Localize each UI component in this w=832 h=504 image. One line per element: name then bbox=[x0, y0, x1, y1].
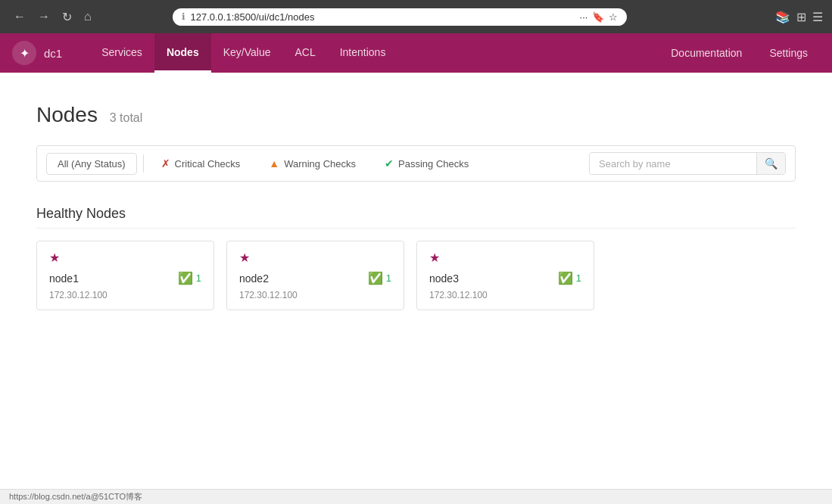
node-header-3: node3 ✅ 1 bbox=[429, 271, 581, 285]
search-button[interactable]: 🔍 bbox=[756, 153, 785, 174]
check-icon-2: ✅ bbox=[368, 271, 383, 285]
filter-warning-button[interactable]: ▲ Warning Checks bbox=[257, 152, 367, 175]
node-star-2: ★ bbox=[239, 250, 391, 265]
home-button[interactable]: ⌂ bbox=[79, 8, 96, 25]
menu-icon[interactable]: ☰ bbox=[812, 10, 823, 24]
back-button[interactable]: ← bbox=[9, 8, 30, 25]
security-icon: ℹ bbox=[182, 11, 185, 22]
page-title-count: 3 total bbox=[110, 111, 143, 124]
browser-right-icons: 📚 ⊞ ☰ bbox=[775, 10, 823, 24]
check-count-2: 1 bbox=[386, 272, 391, 284]
node-star-3: ★ bbox=[429, 250, 581, 265]
node-ip-3: 172.30.12.100 bbox=[429, 290, 581, 300]
ellipsis-icon: ··· bbox=[580, 11, 588, 23]
bookmark-icon: 🔖 bbox=[592, 11, 604, 23]
star-icon: ☆ bbox=[609, 11, 618, 23]
browser-nav-buttons: ← → ↻ ⌂ bbox=[9, 8, 96, 26]
critical-label: Critical Checks bbox=[175, 158, 241, 170]
check-count-3: 1 bbox=[576, 272, 581, 284]
node-name-3: node3 bbox=[429, 272, 459, 285]
filter-divider-1 bbox=[143, 154, 144, 173]
nav-item-settings[interactable]: Settings bbox=[757, 33, 820, 73]
nodes-grid: ★ node1 ✅ 1 172.30.12.100 ★ node2 ✅ bbox=[36, 241, 796, 310]
library-icon[interactable]: 📚 bbox=[775, 10, 790, 24]
section-title-healthy: Healthy Nodes bbox=[36, 206, 796, 229]
node-name-2: node2 bbox=[239, 272, 269, 285]
filter-passing-button[interactable]: ✔ Passing Checks bbox=[373, 152, 480, 175]
filter-critical-button[interactable]: ✗ Critical Checks bbox=[150, 152, 252, 175]
address-url: 127.0.0.1:8500/ui/dc1/nodes bbox=[190, 11, 575, 23]
check-count-1: 1 bbox=[196, 272, 201, 284]
warning-icon: ▲ bbox=[269, 157, 279, 170]
node-ip-2: 172.30.12.100 bbox=[239, 290, 391, 300]
filter-bar: All (Any Status) ✗ Critical Checks ▲ War… bbox=[36, 145, 796, 182]
node-star-1: ★ bbox=[49, 250, 201, 265]
nav-item-acl[interactable]: ACL bbox=[282, 33, 327, 73]
page-title-text: Nodes bbox=[36, 103, 98, 126]
datacenter-label[interactable]: dc1 bbox=[44, 47, 62, 60]
passing-icon: ✔ bbox=[385, 157, 394, 170]
filter-all-button[interactable]: All (Any Status) bbox=[46, 153, 137, 175]
page-title: Nodes 3 total bbox=[36, 103, 796, 127]
address-bar[interactable]: ℹ 127.0.0.1:8500/ui/dc1/nodes ··· 🔖 ☆ bbox=[173, 8, 627, 26]
passing-label: Passing Checks bbox=[398, 158, 469, 170]
nav-item-intentions[interactable]: Intentions bbox=[328, 33, 398, 73]
check-icon-1: ✅ bbox=[178, 271, 193, 285]
node-header-2: node2 ✅ 1 bbox=[239, 271, 391, 285]
node-check-3: ✅ 1 bbox=[558, 271, 581, 285]
search-input[interactable] bbox=[590, 154, 756, 174]
node-card-1[interactable]: ★ node1 ✅ 1 172.30.12.100 bbox=[36, 241, 214, 310]
node-check-1: ✅ 1 bbox=[178, 271, 201, 285]
node-check-2: ✅ 1 bbox=[368, 271, 391, 285]
warning-label: Warning Checks bbox=[284, 158, 356, 170]
status-bar: https://blog.csdn.net/a@51CTO博客 bbox=[0, 489, 832, 504]
reload-button[interactable]: ↻ bbox=[58, 8, 76, 26]
navbar: ✦ dc1 Services Nodes Key/Value ACL Inten… bbox=[0, 33, 832, 73]
node-card-3[interactable]: ★ node3 ✅ 1 172.30.12.100 bbox=[416, 241, 594, 310]
app-logo: ✦ bbox=[12, 41, 36, 65]
navbar-right: Documentation Settings bbox=[659, 33, 820, 73]
browser-chrome: ← → ↻ ⌂ ℹ 127.0.0.1:8500/ui/dc1/nodes ··… bbox=[0, 0, 832, 33]
nav-item-services[interactable]: Services bbox=[89, 33, 154, 73]
node-card-2[interactable]: ★ node2 ✅ 1 172.30.12.100 bbox=[226, 241, 404, 310]
node-name-1: node1 bbox=[49, 272, 79, 285]
healthy-nodes-section: Healthy Nodes ★ node1 ✅ 1 172.30.12.100 … bbox=[36, 206, 796, 310]
node-header-1: node1 ✅ 1 bbox=[49, 271, 201, 285]
nav-item-nodes[interactable]: Nodes bbox=[154, 33, 211, 73]
nav-item-documentation[interactable]: Documentation bbox=[659, 33, 754, 73]
main-nav: Services Nodes Key/Value ACL Intentions bbox=[89, 33, 397, 73]
layout-icon[interactable]: ⊞ bbox=[796, 10, 806, 24]
search-icon: 🔍 bbox=[765, 157, 777, 170]
search-wrapper: 🔍 bbox=[589, 152, 786, 175]
main-content: Nodes 3 total All (Any Status) ✗ Critica… bbox=[0, 73, 832, 504]
critical-icon: ✗ bbox=[161, 157, 170, 170]
navbar-logo[interactable]: ✦ dc1 bbox=[12, 41, 77, 65]
status-text: https://blog.csdn.net/a@51CTO博客 bbox=[9, 491, 142, 502]
nav-item-keyvalue[interactable]: Key/Value bbox=[211, 33, 283, 73]
node-ip-1: 172.30.12.100 bbox=[49, 290, 201, 300]
forward-button[interactable]: → bbox=[33, 8, 55, 25]
check-icon-3: ✅ bbox=[558, 271, 573, 285]
